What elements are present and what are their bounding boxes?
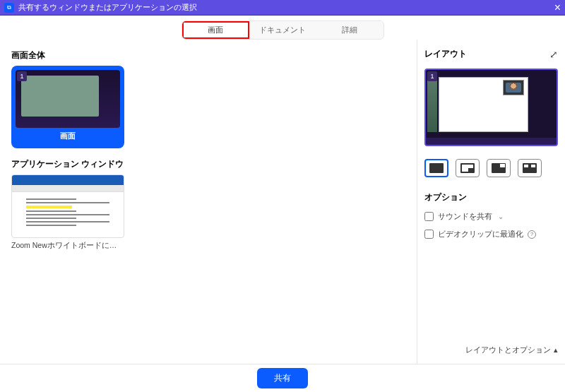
layout-option-3[interactable] xyxy=(487,159,511,177)
screen-number-badge: 1 xyxy=(17,71,27,81)
section-app-windows: アプリケーション ウィンドウ xyxy=(11,158,405,170)
app-thumbnail xyxy=(11,174,124,238)
layout-option-1[interactable] xyxy=(424,159,448,177)
expand-icon[interactable]: ⤢ xyxy=(549,49,558,60)
optimize-video-label: ビデオクリップに最適化 xyxy=(438,229,523,239)
screen-caption: 画面 xyxy=(16,128,120,144)
footer: 共有 xyxy=(0,364,565,392)
app-caption: Zoom Newホワイトボードについて202402... xyxy=(11,241,124,251)
screen-thumbnail: 1 xyxy=(16,70,120,128)
preview-pip xyxy=(503,80,524,95)
layout-option-2[interactable] xyxy=(456,159,480,177)
layout-options xyxy=(424,159,558,177)
options-title: オプション xyxy=(424,191,558,203)
app-icon: ⧉ xyxy=(4,3,14,13)
layout-and-options-link[interactable]: レイアウトとオプション ▴ xyxy=(465,345,558,355)
info-icon[interactable]: ? xyxy=(528,230,536,239)
optimize-video-checkbox[interactable] xyxy=(424,230,434,239)
option-optimize-video-row: ビデオクリップに最適化 ? xyxy=(424,229,558,239)
close-icon[interactable]: × xyxy=(554,2,561,13)
preview-number-badge: 1 xyxy=(427,71,437,81)
share-button[interactable]: 共有 xyxy=(257,368,308,388)
tab-bar: 画面 ドキュメント 詳細 xyxy=(0,16,565,40)
layout-option-4[interactable] xyxy=(518,159,542,177)
share-sound-checkbox[interactable] xyxy=(424,212,434,221)
layout-and-options-label: レイアウトとオプション xyxy=(465,345,551,355)
screen-thumbnail-card[interactable]: 1 画面 xyxy=(11,66,124,148)
section-entire-screen: 画面全体 xyxy=(11,49,405,61)
content: 画面 ドキュメント 詳細 画面全体 1 画面 アプリケーション ウィンドウ xyxy=(0,16,565,392)
window-title: 共有するウィンドウまたはアプリケーションの選択 xyxy=(18,2,197,13)
right-panel: レイアウト ⤢ 1 オプション サウンドを共有 ⌄ xyxy=(417,40,565,364)
share-sound-label: サウンドを共有 xyxy=(438,211,492,222)
tab-documents[interactable]: ドキュメント xyxy=(249,21,316,39)
layout-title: レイアウト xyxy=(424,48,467,60)
titlebar: ⧉ 共有するウィンドウまたはアプリケーションの選択 × xyxy=(0,0,565,16)
chevron-down-icon[interactable]: ⌄ xyxy=(498,213,504,220)
left-panel: 画面全体 1 画面 アプリケーション ウィンドウ xyxy=(0,40,417,364)
option-share-sound-row: サウンドを共有 ⌄ xyxy=(424,211,558,222)
app-window-card[interactable]: Zoom Newホワイトボードについて202402... xyxy=(11,174,124,251)
tab-details[interactable]: 詳細 xyxy=(316,21,383,39)
caret-up-icon: ▴ xyxy=(554,345,558,355)
tab-screen[interactable]: 画面 xyxy=(182,21,249,39)
layout-preview: 1 xyxy=(424,69,558,146)
